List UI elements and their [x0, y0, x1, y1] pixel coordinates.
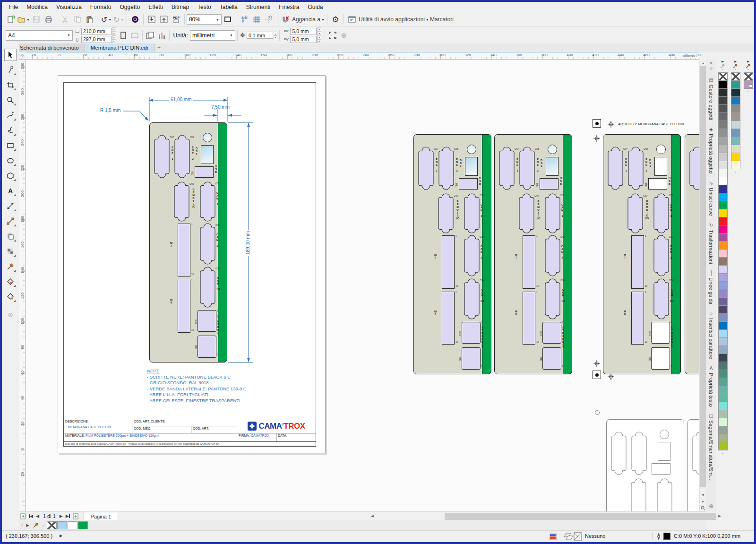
show-rulers-button[interactable] — [239, 14, 250, 25]
shape-tool[interactable] — [4, 64, 17, 76]
color-swatch[interactable] — [718, 153, 728, 161]
color-swatch[interactable] — [731, 112, 740, 121]
new-tab-button[interactable]: + — [155, 43, 163, 52]
add-page-after-button[interactable] — [71, 513, 80, 519]
current-page-button[interactable] — [156, 30, 167, 41]
snap-off-icon[interactable] — [280, 14, 291, 25]
color-swatch[interactable] — [731, 96, 740, 105]
palette-eyedropper-icon[interactable] — [720, 63, 725, 69]
color-swatch[interactable] — [718, 386, 728, 394]
plus-button[interactable]: ⊕ — [338, 30, 350, 41]
color-swatch[interactable] — [718, 201, 728, 209]
page-tab[interactable]: Pagina 1 — [84, 512, 118, 521]
snap-to-dropdown[interactable]: Aggancia a▼ — [292, 14, 325, 25]
palette-scroll-down-icon[interactable]: ⌄ — [747, 89, 750, 93]
palette-eyedropper-icon[interactable] — [33, 522, 39, 528]
membrane-panel-diecut-outline-2[interactable]: CN7 E N C 1 CN8 E N C 2 D S 1 CN1 U S B … — [687, 419, 699, 511]
smart-drawing-tool[interactable] — [4, 124, 17, 137]
horizontal-ruler[interactable]: 2002040608010012014016018020022024026028… — [26, 52, 699, 60]
treat-as-filled-button[interactable] — [327, 30, 338, 41]
redo-button[interactable]: ↻▼ — [113, 14, 124, 25]
full-screen-preview-button[interactable] — [222, 14, 233, 25]
search-content-button[interactable] — [129, 14, 141, 25]
import-button[interactable] — [146, 14, 157, 25]
add-tool-button[interactable]: ⊕ — [8, 311, 13, 319]
no-color-swatch[interactable] — [47, 521, 57, 529]
smart-fill-tool[interactable] — [4, 291, 17, 303]
coords-expander-icon[interactable]: ▶ — [60, 534, 62, 538]
vertical-scroll-thumb[interactable] — [700, 66, 706, 487]
color-swatch[interactable] — [718, 185, 728, 193]
tab-document[interactable]: Membrana PLC DIN.cdr — [85, 43, 155, 52]
color-eyedropper-tool[interactable] — [4, 260, 17, 273]
color-swatch[interactable] — [718, 378, 728, 386]
duplicate-distance-y-spinner[interactable]: ⧉y5,0 mm▾▴ — [283, 36, 321, 43]
scroll-up-icon[interactable]: ▲ — [700, 60, 706, 66]
all-pages-button[interactable] — [145, 30, 156, 41]
color-swatch[interactable] — [68, 521, 77, 529]
portrait-button[interactable] — [118, 30, 129, 41]
color-swatch[interactable] — [718, 257, 728, 266]
color-swatch[interactable] — [718, 137, 728, 145]
menu-item[interactable]: Strumenti — [242, 3, 275, 11]
color-swatch[interactable] — [718, 402, 728, 410]
interactive-fill-tool[interactable] — [4, 276, 17, 288]
units-combo[interactable]: millimetri▼ — [190, 30, 235, 41]
landscape-button[interactable] — [129, 30, 140, 41]
docker-close-icon[interactable]: ✕ — [709, 61, 713, 66]
color-swatch[interactable] — [718, 337, 728, 346]
drop-shadow-tool[interactable] — [4, 230, 17, 242]
color-swatch[interactable] — [718, 241, 728, 250]
color-swatch[interactable] — [718, 161, 728, 169]
text-tool[interactable]: A — [4, 185, 17, 197]
menu-item[interactable]: Tabella — [215, 3, 242, 11]
dimension-tool[interactable] — [4, 200, 17, 212]
color-swatch[interactable] — [718, 418, 728, 426]
add-docker-button[interactable]: ⊕ — [709, 503, 713, 511]
horizontal-scrollbar[interactable]: ◀ ▶ — [369, 512, 723, 521]
color-swatch[interactable] — [718, 88, 728, 97]
color-swatch[interactable] — [718, 442, 728, 450]
color-swatch[interactable] — [718, 410, 728, 418]
transparency-tool[interactable] — [4, 245, 17, 258]
palette-scroll-left-icon[interactable]: ‹ — [41, 523, 47, 528]
color-swatch[interactable] — [718, 426, 728, 434]
crop-tool[interactable] — [4, 79, 17, 91]
tab-welcome-screen[interactable]: Schermata di benvenuto — [14, 43, 85, 52]
options-gear-button[interactable]: ⚙ — [330, 14, 341, 25]
color-swatch[interactable] — [731, 129, 740, 137]
color-swatch[interactable] — [718, 362, 728, 370]
membrane-panel-copy-4-clipped[interactable]: CN7 E N C 1 CN8 E N C 2 D S 1 CN1 U S B … — [685, 134, 699, 374]
docker-tab[interactable]: ◈ Proprietà oggetto — [708, 123, 714, 177]
membrane-panel-diecut-outline-1[interactable]: CN7 E N C 1 CN8 E N C 2 D S 1 CN1 U S B … — [606, 419, 684, 511]
color-swatch[interactable] — [718, 281, 728, 290]
menu-item[interactable]: Effetti — [144, 3, 167, 11]
color-swatch[interactable] — [718, 104, 728, 113]
palette-flyout-icon[interactable]: ▶ — [734, 60, 737, 63]
color-swatch[interactable] — [718, 329, 728, 338]
page-size-preset-combo[interactable]: A4▼ — [6, 30, 73, 41]
palette-scroll-down-icon[interactable]: ⌄ — [722, 451, 724, 455]
palette-scroll-up-icon[interactable]: ⌃ — [747, 69, 749, 72]
vertical-scrollbar[interactable]: ▲ ▼ ▸ — [699, 60, 706, 511]
no-color-swatch[interactable] — [744, 72, 753, 81]
ellipse-tool[interactable] — [4, 155, 17, 167]
color-swatch[interactable] — [718, 305, 728, 314]
membrane-panel-main[interactable]: CN7 E N C 1 CN8 E N C 2 D S 1 CN1 U S B … — [149, 122, 227, 363]
color-swatch[interactable] — [718, 249, 728, 258]
show-grid-button[interactable] — [251, 14, 262, 25]
color-swatch[interactable] — [718, 394, 728, 402]
palette-eyedropper-icon[interactable] — [733, 63, 738, 69]
page-width-spinner[interactable]: ▭210,0 mm▾▴ — [74, 28, 116, 35]
color-swatch[interactable] — [78, 521, 88, 529]
next-page-button[interactable]: ▶ — [58, 514, 64, 518]
menu-item[interactable]: Formato — [86, 3, 116, 11]
horizontal-scroll-thumb[interactable] — [445, 513, 716, 520]
color-swatch[interactable] — [718, 96, 728, 105]
color-swatch[interactable] — [57, 521, 67, 529]
color-swatch[interactable] — [731, 161, 740, 169]
palette-eyedropper-icon[interactable] — [746, 63, 751, 69]
pick-tool[interactable] — [4, 49, 17, 61]
menu-item[interactable]: Visualizza — [52, 3, 86, 11]
markers-button[interactable]: Marcatori — [430, 14, 454, 25]
